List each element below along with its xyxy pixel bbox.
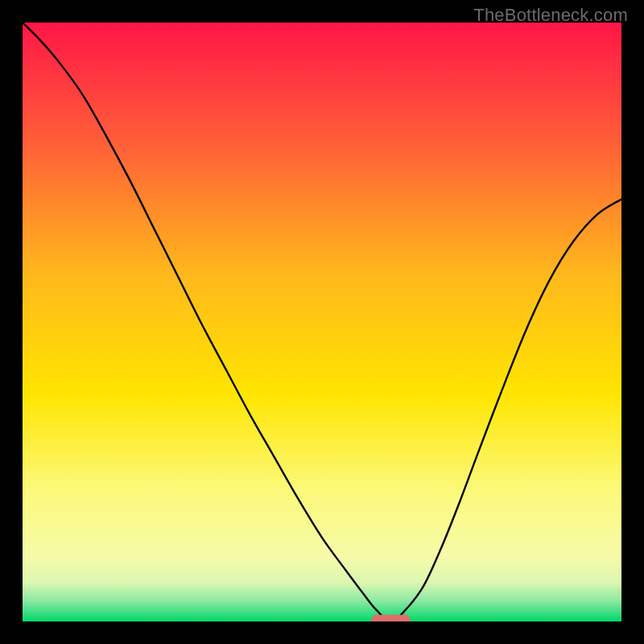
watermark-text: TheBottleneck.com [473,5,628,26]
gradient-background [23,23,621,621]
chart-container: TheBottleneck.com [0,0,644,644]
chart-svg [23,23,621,621]
plot-area [23,23,621,621]
optimal-marker [371,615,410,621]
